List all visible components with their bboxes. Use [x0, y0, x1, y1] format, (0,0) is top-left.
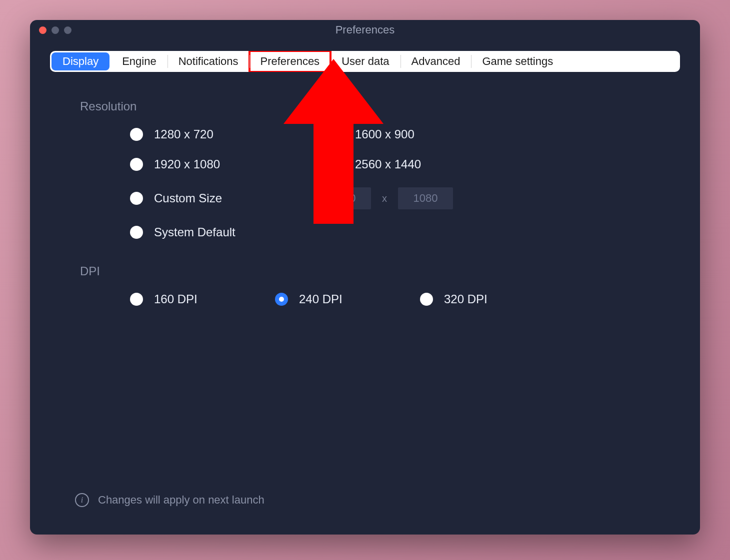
radio-system-default[interactable]: [130, 226, 143, 239]
x-separator: x: [382, 193, 387, 204]
radio-1600x900[interactable]: [331, 128, 344, 141]
radio-2560x1440[interactable]: [331, 158, 344, 171]
tab-display[interactable]: Display: [52, 52, 110, 70]
radio-1280x720[interactable]: [130, 128, 143, 141]
resolution-label: 1920 x 1080: [154, 157, 220, 171]
dpi-label: 320 DPI: [444, 292, 488, 306]
info-icon: i: [75, 493, 89, 507]
dpi-label: 160 DPI: [154, 292, 198, 306]
resolution-label: 2560 x 1440: [355, 157, 421, 171]
titlebar: Preferences: [30, 20, 700, 40]
footer-text: Changes will apply on next launch: [98, 494, 264, 507]
resolution-label: Custom Size: [154, 191, 222, 205]
custom-size-inputs: x: [316, 187, 453, 209]
custom-height-input[interactable]: [398, 187, 453, 209]
resolution-label: 1280 x 720: [154, 127, 214, 141]
resolution-label: System Default: [154, 225, 236, 239]
tab-notifications[interactable]: Notifications: [168, 51, 250, 72]
footer-note: i Changes will apply on next launch: [75, 493, 264, 507]
tab-preferences[interactable]: Preferences: [250, 51, 331, 72]
resolution-label: 1600 x 900: [355, 127, 414, 141]
radio-1920x1080[interactable]: [130, 158, 143, 171]
resolution-heading: Resolution: [80, 99, 655, 113]
minimize-button[interactable]: [52, 26, 59, 34]
preferences-window: Preferences Display Engine Notifications…: [30, 20, 700, 535]
window-title: Preferences: [30, 23, 700, 36]
tab-user-data[interactable]: User data: [330, 51, 400, 72]
close-button[interactable]: [39, 26, 46, 34]
tab-engine[interactable]: Engine: [111, 51, 168, 72]
content-area: Resolution 1280 x 720 1600 x 900 1920 x …: [30, 72, 700, 535]
radio-240dpi[interactable]: [275, 293, 288, 306]
dpi-label: 240 DPI: [299, 292, 342, 306]
radio-160dpi[interactable]: [130, 293, 143, 306]
dpi-heading: DPI: [80, 264, 655, 278]
radio-custom-size[interactable]: [130, 192, 143, 205]
resolution-options: 1280 x 720 1600 x 900 1920 x 1080 2560 x…: [80, 127, 655, 239]
tab-advanced[interactable]: Advanced: [400, 51, 472, 72]
radio-320dpi[interactable]: [420, 293, 433, 306]
dpi-options: 160 DPI 240 DPI 320 DPI: [80, 292, 655, 306]
maximize-button[interactable]: [64, 26, 72, 34]
tab-bar: Display Engine Notifications Preferences…: [50, 51, 680, 72]
tab-game-settings[interactable]: Game settings: [471, 51, 564, 72]
traffic-lights: [30, 26, 72, 34]
custom-width-input[interactable]: [316, 187, 371, 209]
